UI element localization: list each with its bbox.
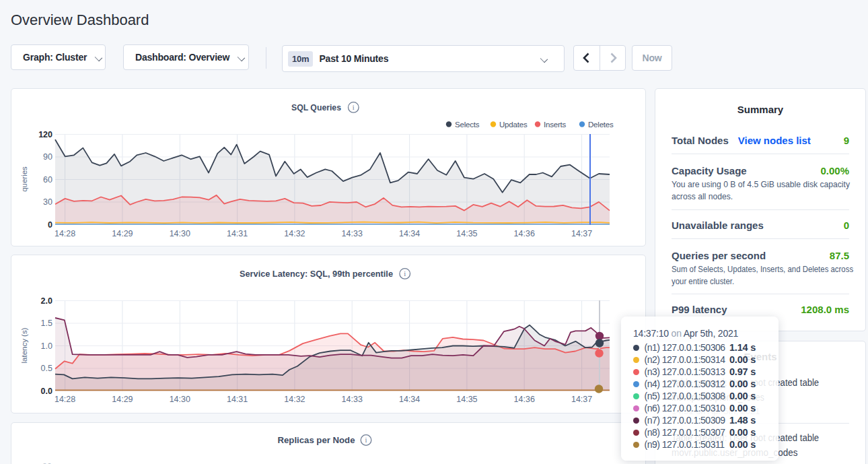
svg-text:i: i xyxy=(365,436,367,444)
svg-text:Inserts: Inserts xyxy=(544,121,567,129)
svg-text:i: i xyxy=(353,104,355,111)
svg-text:14:37: 14:37 xyxy=(571,229,592,238)
svg-text:queries: queries xyxy=(20,166,28,192)
svg-text:0: 0 xyxy=(48,220,52,230)
svg-text:1.0: 1.0 xyxy=(41,341,52,351)
svg-text:0.0: 0.0 xyxy=(41,387,52,396)
svg-text:SQL Queries: SQL Queries xyxy=(291,102,341,112)
svg-text:2.0: 2.0 xyxy=(41,296,52,306)
svg-text:60: 60 xyxy=(43,175,52,185)
svg-text:14:33: 14:33 xyxy=(342,229,363,238)
svg-text:90: 90 xyxy=(43,152,52,162)
svg-text:14:32: 14:32 xyxy=(284,395,305,404)
svg-text:14:34: 14:34 xyxy=(399,395,420,404)
svg-text:14:32: 14:32 xyxy=(284,229,305,238)
svg-text:i: i xyxy=(404,270,406,277)
svg-text:14:35: 14:35 xyxy=(456,229,477,238)
svg-text:14:30: 14:30 xyxy=(170,229,190,238)
svg-text:14:34: 14:34 xyxy=(399,229,420,238)
svg-text:14:30: 14:30 xyxy=(170,395,190,404)
svg-text:14:31: 14:31 xyxy=(227,395,248,404)
svg-text:Selects: Selects xyxy=(455,121,480,129)
svg-text:Service Latency: SQL, 99th per: Service Latency: SQL, 99th percentile xyxy=(240,269,393,279)
svg-text:14:35: 14:35 xyxy=(456,395,477,404)
svg-text:Updates: Updates xyxy=(499,121,528,129)
svg-text:1.5: 1.5 xyxy=(41,319,52,328)
svg-text:14:29: 14:29 xyxy=(112,229,133,238)
svg-text:120: 120 xyxy=(38,130,52,139)
svg-text:14:28: 14:28 xyxy=(55,395,75,404)
svg-text:14:28: 14:28 xyxy=(55,229,75,238)
svg-text:14:36: 14:36 xyxy=(514,395,535,404)
svg-text:0.5: 0.5 xyxy=(41,364,52,373)
svg-text:14:37: 14:37 xyxy=(571,395,592,404)
svg-text:14:33: 14:33 xyxy=(342,395,363,404)
svg-text:14:36: 14:36 xyxy=(514,229,535,238)
svg-text:Deletes: Deletes xyxy=(588,121,614,129)
svg-text:latency (s): latency (s) xyxy=(20,327,28,363)
svg-text:14:29: 14:29 xyxy=(112,395,133,404)
svg-text:Replicas per Node: Replicas per Node xyxy=(278,435,355,445)
svg-text:30: 30 xyxy=(43,197,52,207)
svg-text:14:31: 14:31 xyxy=(227,229,248,238)
